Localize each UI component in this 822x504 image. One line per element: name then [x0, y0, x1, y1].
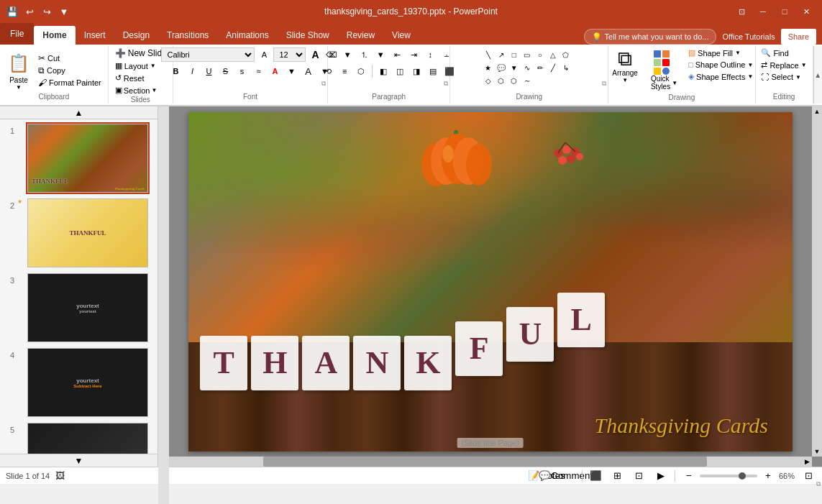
redo-icon[interactable]: ↪: [40, 5, 53, 18]
slide-thumb-5[interactable]: 5 Our Title subtitle text here: [3, 421, 155, 454]
shape-octagon[interactable]: ⬡: [508, 75, 520, 86]
drawing-expand-icon[interactable]: ⧉: [602, 80, 606, 88]
smartart-btn[interactable]: ⬡: [354, 64, 368, 78]
font-size-select[interactable]: 12: [273, 47, 306, 62]
scroll-up-arrow[interactable]: ▲: [812, 106, 822, 116]
paragraph-expand-icon[interactable]: ⧉: [444, 80, 448, 88]
scroll-down-button[interactable]: ▼: [0, 454, 157, 467]
zoom-thumb[interactable]: [739, 472, 746, 480]
shape-arrow[interactable]: ↗: [496, 49, 507, 60]
scroll-right-arrow[interactable]: ▶: [802, 457, 812, 467]
line-spacing[interactable]: ↕: [423, 47, 437, 62]
shape-wave[interactable]: ∼: [521, 75, 533, 86]
reading-view-button[interactable]: ⊡: [631, 469, 647, 482]
shape-fill-button[interactable]: ▧ Shape Fill ▼: [686, 47, 755, 58]
paste-button[interactable]: 📋 Paste ▼: [4, 49, 33, 92]
shape-diamond[interactable]: ◇: [483, 75, 494, 86]
slide-thumb-3[interactable]: 3 yourtext yourtext: [3, 272, 155, 344]
shape-effects-button[interactable]: ◈ Shape Effects ▼: [686, 71, 755, 82]
tab-insert[interactable]: Insert: [76, 26, 114, 45]
vertical-scrollbar[interactable]: ▲ ▼: [812, 106, 822, 457]
layout-button[interactable]: ▦ Layout ▼: [113, 60, 158, 71]
scroll-up-button[interactable]: ▲: [0, 106, 157, 119]
undo-icon[interactable]: ↩: [23, 5, 36, 18]
shape-bent-arrow[interactable]: ↳: [560, 62, 572, 73]
main-slide[interactable]: T H A N K F U L Thanksgiving Cards {Slid…: [188, 112, 793, 452]
save-icon[interactable]: 💾: [6, 5, 19, 18]
arrange-button[interactable]: ⧉ Arrange ▼: [608, 47, 642, 85]
slide-thumb-4[interactable]: 4 yourtext Subtract Here: [3, 347, 155, 418]
scroll-down-arrow-v[interactable]: ▼: [812, 446, 822, 457]
slide-thumb-2[interactable]: 2 ★ THANKFUL: [3, 197, 155, 269]
comments-button[interactable]: 💬 Comments: [560, 469, 576, 482]
zoom-in-button[interactable]: +: [760, 469, 776, 482]
clipboard-expand-icon[interactable]: ⧉: [816, 480, 821, 488]
bullets-dropdown[interactable]: ▼: [340, 47, 355, 62]
format-painter-button[interactable]: 🖌 Format Painter: [36, 77, 104, 88]
align-left-btn[interactable]: ◧: [376, 64, 391, 78]
shape-callout[interactable]: 💬: [496, 62, 507, 73]
shape-more[interactable]: ▼: [508, 62, 520, 73]
shadow-button[interactable]: s: [234, 64, 249, 78]
tab-slideshow[interactable]: Slide Show: [278, 26, 338, 45]
tab-view[interactable]: View: [383, 26, 419, 45]
shape-outline-button[interactable]: □ Shape Outline ▼: [686, 60, 755, 70]
font-name-select[interactable]: Calibri: [161, 47, 255, 62]
maximize-icon[interactable]: □: [775, 4, 795, 19]
slide-thumb-1[interactable]: 1 THANKFUL Thanksgiving Cards: [3, 122, 155, 194]
shape-line[interactable]: ╲: [483, 49, 494, 60]
find-button[interactable]: 🔍 Find: [759, 47, 808, 58]
bullets-button[interactable]: ≡: [324, 47, 338, 62]
char-spacing-button[interactable]: ≈: [251, 64, 265, 78]
tab-review[interactable]: Review: [338, 26, 383, 45]
text-direction-btn[interactable]: ⟲: [321, 64, 335, 78]
tab-transitions[interactable]: Transitions: [158, 26, 217, 45]
customize-icon[interactable]: ▼: [58, 5, 70, 18]
numbering-button[interactable]: ⒈: [357, 47, 371, 62]
window-controls[interactable]: ⊡ ─ □ ✕: [731, 4, 816, 19]
slideshow-button[interactable]: ▶: [653, 469, 669, 482]
zoom-slider[interactable]: [700, 475, 757, 477]
normal-view-button[interactable]: ⬛: [588, 469, 604, 482]
font-size-2-btn[interactable]: A: [301, 64, 315, 78]
shape-curve[interactable]: ∿: [521, 62, 533, 73]
numbering-dropdown[interactable]: ▼: [373, 47, 388, 62]
zoom-out-button[interactable]: −: [681, 469, 697, 482]
font-color-button[interactable]: A: [268, 64, 282, 78]
ribbon-collapse-button[interactable]: ▲: [813, 46, 822, 104]
shape-pentagon[interactable]: ⬠: [560, 49, 572, 60]
quick-styles-button[interactable]: Quick Styles ▼: [645, 47, 683, 93]
font-size-decrease-btn[interactable]: A: [257, 47, 271, 62]
tell-me-box[interactable]: 💡 Tell me what you want to do...: [584, 29, 717, 45]
shape-connector[interactable]: ╱: [547, 62, 559, 73]
shape-rounded-rect[interactable]: ▭: [521, 49, 533, 60]
shape-oval[interactable]: ○: [534, 49, 546, 60]
select-button[interactable]: ⛶ Select ▼: [759, 72, 808, 82]
copy-button[interactable]: ⧉ Copy: [36, 65, 104, 76]
shape-triangle[interactable]: △: [547, 49, 559, 60]
strikethrough-button[interactable]: S: [218, 64, 232, 78]
decrease-indent[interactable]: ⇤: [390, 47, 404, 62]
font-color-dropdown-btn[interactable]: ▼: [284, 64, 298, 78]
align-center-btn[interactable]: ◫: [393, 64, 407, 78]
italic-button[interactable]: I: [185, 64, 199, 78]
shape-rect[interactable]: □: [508, 49, 520, 60]
justify-btn[interactable]: ▤: [426, 64, 440, 78]
cut-button[interactable]: ✂ Cut: [36, 52, 104, 64]
tab-design[interactable]: Design: [114, 26, 158, 45]
slide-sorter-button[interactable]: ⊞: [610, 469, 626, 482]
scroll-thumb-h[interactable]: [263, 457, 707, 467]
align-text-btn[interactable]: ≡: [337, 64, 352, 78]
tab-file[interactable]: File: [0, 23, 34, 45]
increase-indent[interactable]: ⇥: [406, 47, 421, 62]
restore-icon[interactable]: ⊡: [731, 4, 752, 19]
office-tutorials-link[interactable]: Office Tutorials: [722, 32, 775, 41]
shape-star[interactable]: ★: [483, 62, 494, 73]
minimize-icon[interactable]: ─: [753, 4, 773, 19]
shape-freeform[interactable]: ✏: [534, 62, 546, 73]
share-button[interactable]: Share: [781, 29, 816, 45]
fit-slide-button[interactable]: ⊡: [800, 469, 816, 482]
align-right-btn[interactable]: ◨: [409, 64, 424, 78]
close-icon[interactable]: ✕: [796, 4, 816, 19]
horizontal-scrollbar[interactable]: ◀ ▶: [158, 457, 812, 467]
